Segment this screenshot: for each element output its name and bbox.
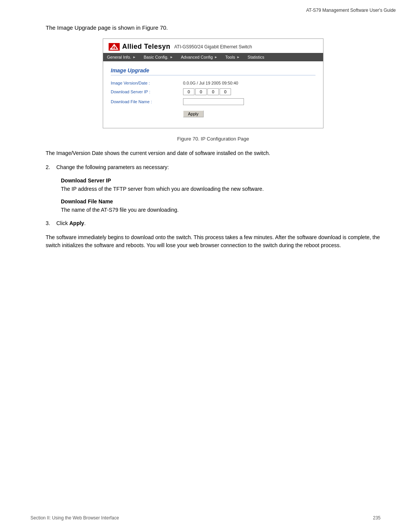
image-version-row: Image Version/Date : 0.0.0G / Jul 19 200… bbox=[111, 81, 315, 85]
nav-general-info[interactable]: General Info. ► bbox=[103, 53, 140, 61]
nav-arrow-4: ► bbox=[237, 55, 240, 59]
ip-inputs bbox=[183, 88, 231, 95]
download-server-ip-title: Download Server IP bbox=[61, 177, 381, 184]
download-server-ip-row: Download Server IP : bbox=[111, 88, 315, 95]
step-2-text: Change the following parameters as neces… bbox=[56, 164, 169, 170]
ip-octet-2[interactable] bbox=[195, 88, 207, 95]
body-para-1: The Image/Version Date shows the current… bbox=[46, 149, 381, 157]
nav-statistics[interactable]: Statistics bbox=[244, 53, 268, 61]
figure-caption: Figure 70. IP Configuration Page bbox=[46, 136, 381, 142]
ip-octet-3[interactable] bbox=[207, 88, 219, 95]
step-3: 3. Click Apply. bbox=[46, 219, 381, 227]
nav-tools-label: Tools bbox=[225, 55, 235, 59]
image-version-value: 0.0.0G / Jul 19 2005 09:50:40 bbox=[183, 81, 238, 85]
download-file-name-section: Download File Name The name of the AT-S7… bbox=[46, 198, 381, 214]
step-2: 2. Change the following parameters as ne… bbox=[46, 163, 381, 171]
switch-panel: AV Allied Telesyn ATI-GS950/24 Gigabit E… bbox=[103, 38, 323, 128]
download-server-ip-label: Download Server IP : bbox=[111, 89, 183, 94]
svg-text:AV: AV bbox=[110, 47, 113, 51]
allied-logo: AV Allied Telesyn ATI-GS950/24 Gigabit E… bbox=[108, 43, 252, 51]
allied-logo-icon: AV bbox=[108, 43, 120, 51]
step-3-text: Click bbox=[56, 220, 69, 226]
step-3-number: 3. bbox=[46, 219, 50, 227]
download-server-ip-section: Download Server IP The IP address of the… bbox=[46, 177, 381, 193]
footer-left: Section II: Using the Web Browser Interf… bbox=[30, 515, 119, 521]
ip-octet-4[interactable] bbox=[220, 88, 231, 95]
page-footer: Section II: Using the Web Browser Interf… bbox=[0, 515, 411, 521]
download-file-name-desc: The name of the AT-S79 file you are down… bbox=[61, 206, 381, 214]
switch-header: AV Allied Telesyn ATI-GS950/24 Gigabit E… bbox=[103, 39, 323, 53]
nav-general-info-label: General Info. bbox=[107, 55, 131, 59]
footer-right: 235 bbox=[373, 515, 381, 521]
nav-statistics-label: Statistics bbox=[248, 55, 264, 59]
step-2-number: 2. bbox=[46, 163, 50, 171]
header-title: AT-S79 Management Software User's Guide bbox=[306, 8, 396, 13]
step-3-period: . bbox=[84, 220, 86, 226]
panel-body: Image Upgrade Image Version/Date : 0.0.0… bbox=[103, 61, 323, 128]
main-content: The Image Upgrade page is shown in Figur… bbox=[0, 17, 411, 278]
brand-name: Allied Telesyn bbox=[122, 43, 170, 51]
nav-arrow-2: ► bbox=[170, 55, 173, 59]
nav-arrow-1: ► bbox=[133, 55, 136, 59]
download-file-name-label: Download File Name : bbox=[111, 99, 183, 104]
nav-arrow-3: ► bbox=[214, 55, 218, 59]
apply-button[interactable]: Apply bbox=[183, 110, 204, 117]
page-header: AT-S79 Management Software User's Guide bbox=[0, 0, 411, 17]
model-name: ATI-GS950/24 Gigabit Ethernet Switch bbox=[174, 44, 252, 50]
download-file-name-row: Download File Name : bbox=[111, 98, 315, 105]
body-para-2: The software immediately begins to downl… bbox=[46, 233, 381, 249]
intro-text: The Image Upgrade page is shown in Figur… bbox=[46, 24, 381, 31]
step-3-bold: Apply bbox=[69, 220, 84, 226]
apply-row: Apply bbox=[111, 108, 315, 117]
download-file-name-input[interactable] bbox=[183, 98, 244, 105]
nav-bar: General Info. ► Basic Config. ► Advanced… bbox=[103, 53, 323, 61]
nav-basic-config-label: Basic Config. bbox=[144, 55, 169, 59]
nav-tools[interactable]: Tools ► bbox=[221, 53, 244, 61]
nav-advanced-config-label: Advanced Config bbox=[181, 55, 213, 59]
download-file-name-title: Download File Name bbox=[61, 198, 381, 204]
nav-advanced-config[interactable]: Advanced Config ► bbox=[177, 53, 221, 61]
section-title: Image Upgrade bbox=[111, 67, 315, 75]
image-version-label: Image Version/Date : bbox=[111, 81, 183, 85]
ip-octet-1[interactable] bbox=[183, 88, 194, 95]
download-server-ip-desc: The IP address of the TFTP server from w… bbox=[61, 185, 381, 193]
nav-basic-config[interactable]: Basic Config. ► bbox=[140, 53, 177, 61]
